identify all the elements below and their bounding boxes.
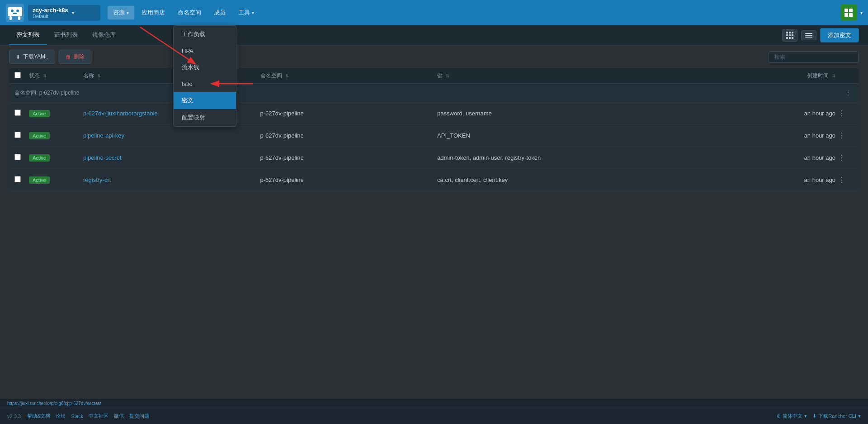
row-check-3[interactable] bbox=[14, 154, 29, 162]
header-time-col[interactable]: 创建时间 ⇅ bbox=[703, 72, 835, 80]
row-checkbox-3[interactable] bbox=[14, 154, 21, 160]
row-check-1[interactable] bbox=[14, 110, 29, 117]
grid-view-icon bbox=[786, 32, 793, 39]
name-sort-icon: ⇅ bbox=[97, 73, 101, 78]
tab-secrets-list[interactable]: 密文列表 bbox=[9, 25, 47, 45]
dropdown-item-hpa[interactable]: HPA bbox=[174, 43, 236, 59]
top-nav: zcy-arch-k8s Default ▾ 资源 ▾ 应用商店 命名空间 成员… bbox=[0, 0, 868, 25]
row-name-3: pipeline-secret bbox=[83, 154, 260, 161]
dropdown-item-secrets[interactable]: 密文 bbox=[174, 92, 236, 109]
footer-link-submit-issue[interactable]: 提交问题 bbox=[129, 413, 149, 419]
toolbar: ⬇ 下载YAML 🗑 删除 bbox=[0, 45, 868, 68]
dropdown-item-pipeline[interactable]: 流水线 bbox=[174, 59, 236, 76]
row-menu-button-4[interactable]: ⋮ bbox=[835, 173, 848, 186]
footer-link-forum[interactable]: 论坛 bbox=[56, 413, 66, 419]
download-yaml-button[interactable]: ⬇ 下载YAML bbox=[9, 50, 55, 64]
user-menu-button[interactable] bbox=[840, 5, 857, 21]
footer-link-help[interactable]: 帮助&文档 bbox=[27, 413, 50, 419]
status-badge-4: Active bbox=[29, 176, 50, 184]
download-yaml-label: 下载YAML bbox=[23, 53, 48, 61]
row-name-link-1[interactable]: p-627dv-jiuxiharbororgstable bbox=[83, 110, 158, 117]
status-url: https://jiuxi.rancher.io/p/c-g6fcj:p-627… bbox=[7, 401, 101, 406]
tools-chevron-icon: ▾ bbox=[252, 10, 254, 15]
nav-item-members[interactable]: 成员 bbox=[208, 6, 231, 19]
footer-link-chinese-community[interactable]: 中文社区 bbox=[89, 413, 108, 419]
tab-certs-list-label: 证书列表 bbox=[54, 31, 78, 39]
row-check-4[interactable] bbox=[14, 176, 29, 184]
namespace-group: 命名空间: p-627dv-pipeline ⋮ bbox=[9, 84, 859, 102]
footer-lang-selector[interactable]: ⊕ 简体中文 ▾ bbox=[777, 413, 807, 419]
row-menu-button-3[interactable]: ⋮ bbox=[835, 151, 848, 164]
add-secret-button[interactable]: 添加密文 bbox=[820, 28, 859, 43]
search-input[interactable] bbox=[769, 51, 859, 63]
cluster-env: Default bbox=[33, 14, 68, 19]
footer-link-slack[interactable]: Slack bbox=[71, 414, 83, 419]
table-row: Active pipeline-secret p-627dv-pipeline … bbox=[9, 147, 859, 169]
footer-link-wechat[interactable]: 微信 bbox=[114, 413, 124, 419]
delete-icon: 🗑 bbox=[66, 54, 71, 60]
cli-chevron-icon: ▾ bbox=[858, 413, 861, 419]
user-dropdown-chevron[interactable]: ▾ bbox=[860, 10, 863, 15]
dropdown-item-workload[interactable]: 工作负载 bbox=[174, 26, 236, 43]
svg-rect-8 bbox=[849, 9, 853, 12]
delete-button[interactable]: 🗑 删除 bbox=[59, 50, 91, 64]
svg-rect-6 bbox=[13, 13, 17, 14]
cluster-selector[interactable]: zcy-arch-k8s Default ▾ bbox=[28, 5, 100, 21]
row-keys-2: API_TOKEN bbox=[437, 132, 703, 139]
nav-item-tools[interactable]: 工具 ▾ bbox=[233, 6, 259, 19]
row-checkbox-4[interactable] bbox=[14, 176, 21, 182]
download-cli-icon: ⬇ bbox=[812, 413, 816, 419]
row-time-4: an hour ago bbox=[703, 176, 835, 183]
row-menu-button-1[interactable]: ⋮ bbox=[835, 107, 848, 119]
status-badge-2: Active bbox=[29, 132, 50, 139]
header-status-label: 状态 bbox=[29, 72, 40, 79]
tab-certs-list[interactable]: 证书列表 bbox=[47, 25, 85, 45]
footer-cli-download[interactable]: ⬇ 下载Rancher CLI ▾ bbox=[812, 413, 861, 419]
row-checkbox-2[interactable] bbox=[14, 132, 21, 138]
rancher-logo[interactable] bbox=[5, 3, 24, 22]
row-time-1: an hour ago bbox=[703, 110, 835, 117]
svg-rect-1 bbox=[8, 7, 22, 16]
nav-item-namespace[interactable]: 命名空间 bbox=[172, 6, 207, 19]
nav-item-resources-label: 资源 bbox=[113, 9, 125, 17]
row-status-4: Active bbox=[29, 176, 83, 183]
nav-item-appstore-label: 应用商店 bbox=[142, 9, 165, 17]
header-actions: 添加密文 bbox=[782, 28, 859, 43]
tab-registry[interactable]: 镜像仓库 bbox=[85, 25, 123, 45]
row-menu-button-2[interactable]: ⋮ bbox=[835, 129, 848, 142]
row-name-link-4[interactable]: registry-crt bbox=[83, 176, 111, 183]
svg-rect-2 bbox=[9, 16, 12, 20]
footer-lang-label: 简体中文 bbox=[783, 413, 802, 419]
header-status-col[interactable]: 状态 ⇅ bbox=[29, 72, 83, 80]
dropdown-item-configmap[interactable]: 配置映射 bbox=[174, 109, 236, 126]
namespace-group-label: 命名空间: p-627dv-pipeline bbox=[14, 89, 79, 97]
header-keys-col[interactable]: 键 ⇅ bbox=[437, 72, 703, 80]
cluster-chevron-icon: ▾ bbox=[72, 10, 74, 15]
row-name-link-2[interactable]: pipeline-api-key bbox=[83, 132, 124, 139]
row-checkbox-1[interactable] bbox=[14, 110, 21, 116]
namespace-group-menu-button[interactable]: ⋮ bbox=[843, 87, 854, 98]
lang-chevron-icon: ▾ bbox=[804, 413, 807, 419]
header-namespace-col[interactable]: 命名空间 ⇅ bbox=[260, 72, 438, 80]
row-check-2[interactable] bbox=[14, 132, 29, 139]
status-badge-3: Active bbox=[29, 154, 50, 162]
secrets-table: 状态 ⇅ 名称 ⇅ 命名空间 ⇅ 键 ⇅ 创建时间 ⇅ 命名空间: p-627d… bbox=[0, 68, 868, 191]
dropdown-item-istio[interactable]: Istio bbox=[174, 76, 236, 92]
row-actions-2: ⋮ bbox=[835, 129, 854, 142]
resources-dropdown: 工作负载 HPA 流水线 Istio 密文 配置映射 bbox=[173, 25, 236, 127]
header-time-label: 创建时间 bbox=[807, 72, 829, 79]
row-namespace-2: p-627dv-pipeline bbox=[260, 132, 438, 139]
table-row: Active registry-crt p-627dv-pipeline ca.… bbox=[9, 169, 859, 191]
list-view-icon bbox=[805, 33, 812, 38]
table-row: Active pipeline-api-key p-627dv-pipeline… bbox=[9, 124, 859, 147]
view-list-button[interactable] bbox=[801, 30, 816, 40]
row-name-link-3[interactable]: pipeline-secret bbox=[83, 154, 122, 161]
status-badge-1: Active bbox=[29, 110, 50, 117]
nav-item-resources[interactable]: 资源 ▾ bbox=[108, 6, 134, 19]
nav-item-appstore[interactable]: 应用商店 bbox=[136, 6, 170, 19]
nav-item-namespace-label: 命名空间 bbox=[178, 9, 201, 17]
view-grid-button[interactable] bbox=[782, 29, 797, 42]
select-all-checkbox[interactable] bbox=[14, 72, 21, 78]
resources-chevron-icon: ▾ bbox=[127, 10, 129, 15]
cluster-name: zcy-arch-k8s bbox=[33, 7, 68, 14]
